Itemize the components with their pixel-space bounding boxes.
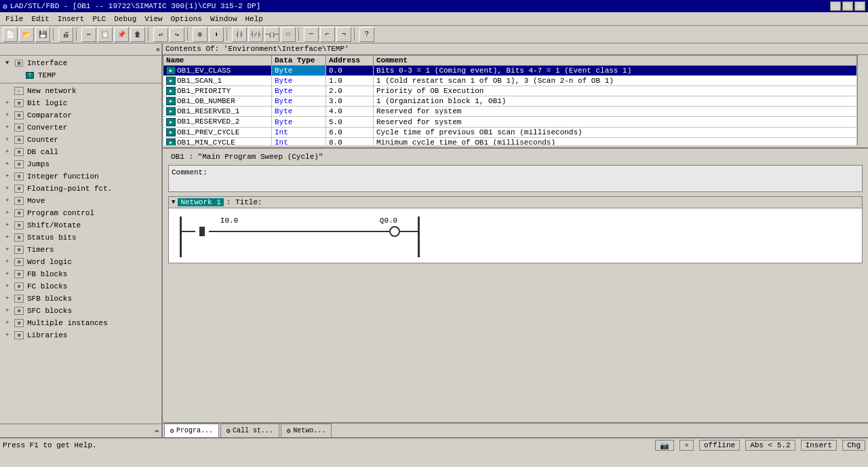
table-scrollbar[interactable] [857,55,868,145]
contact-no-button[interactable]: ┤├ [232,27,247,42]
tree-fb-blocks[interactable]: + ⊞ FB blocks [0,268,161,280]
tree-bit-logic[interactable]: + ⊞ Bit logic [0,97,161,109]
menu-plc[interactable]: PLC [88,14,110,24]
tab-call-stack[interactable]: ⚙ Call st... [220,424,279,437]
save-button[interactable]: 💾 [35,27,50,42]
sfb-blocks-label: SFB blocks [27,295,72,303]
tree-move[interactable]: + ⊞ Move [0,195,161,207]
jumps-icon: ⊞ [14,160,24,169]
tree-jumps[interactable]: + ⊞ Jumps [0,158,161,170]
cell-name: ▶OB1_OB_NUMBER [163,96,272,107]
interface-icon: ▤ [14,58,24,68]
new-network-label: New network [27,87,77,95]
tree-temp[interactable]: T TEMP [0,69,161,81]
menu-help[interactable]: Help [241,14,267,24]
compile-button[interactable]: ⚙ [193,27,208,42]
status-position: Abs < 5.2 [745,440,795,451]
status-bits-icon: ⊞ [14,233,24,242]
program-control-label: Program control [27,209,94,217]
tree-float[interactable]: + ⊞ Floating-point fct. [0,183,161,195]
table-row[interactable]: ▶OB1_PREV_CYCLEInt6.0Cycle time of previ… [163,127,857,137]
menu-debug[interactable]: Debug [110,14,140,24]
paste-button[interactable]: 📌 [114,27,129,42]
row-icon: ▶ [166,67,176,75]
menu-options[interactable]: Options [167,14,206,24]
tab-network[interactable]: ⚙ Netwo... [281,424,332,437]
toolbar-sep2 [76,29,79,41]
network-header: ▼ Network 1 : Title: [169,197,862,208]
row-icon: ▶ [166,118,176,126]
cell-address: 5.0 [326,117,374,127]
chg-text: Chg [847,441,861,449]
table-row[interactable]: ▶OB1_PRIORITYByte2.0Priority of OB Execu… [163,86,857,96]
close-button[interactable]: ✕ [854,1,865,11]
download-button[interactable]: ⬇ [209,27,224,42]
tree-counter[interactable]: + ⊞ Counter [0,134,161,146]
table-row[interactable]: ▶OB1_EV_CLASSByte0.0Bits 0-3 = 1 (Coming… [163,66,857,76]
status-camera: 📷 [655,440,674,451]
table-row[interactable]: ▶OB1_RESERVED_1Byte4.0Reserved for syste… [163,107,857,117]
table-row[interactable]: ▶OB1_MIN_CYCLEInt8.0Minimum cycle time o… [163,137,857,145]
tree-interface[interactable]: ▼ ▤ Interface [0,57,161,69]
coil-button[interactable]: ─()─ [264,27,279,42]
toolbar-sep6 [298,29,301,41]
open-button[interactable]: 📂 [19,27,34,42]
menu-insert[interactable]: Insert [54,14,89,24]
panel-header: ✕ [0,43,161,56]
converter-icon: ⊞ [14,123,24,132]
box-button[interactable]: □ [281,27,296,42]
cell-address: 0.0 [326,66,374,76]
new-button[interactable]: 📄 [3,27,18,42]
table-row[interactable]: ▶OB1_OB_NUMBERByte3.01 (Organization blo… [163,96,857,107]
code-area: OB1 : "Main Program Sweep (Cycle)" Comme… [163,149,868,422]
menu-window[interactable]: Window [206,14,241,24]
panel-bottom: ⇔ [0,424,161,437]
wire-button[interactable]: ─ [304,27,319,42]
tree-shift-rotate[interactable]: + ⊞ Shift/Rotate [0,219,161,231]
tab-program[interactable]: ⚙ Progra... [164,424,219,437]
multiple-expand: + [5,320,14,326]
contact-nc-button[interactable]: ┤/├ [248,27,263,42]
menu-view[interactable]: View [140,14,166,24]
copy-button[interactable]: 📋 [98,27,113,42]
delete-button[interactable]: 🗑 [130,27,145,42]
toolbar-sep5 [226,29,229,41]
minimize-button[interactable]: _ [830,1,841,11]
tree-sfb-blocks[interactable]: + ⊞ SFB blocks [0,293,161,305]
tree-db-call[interactable]: + ⊞ DB call [0,146,161,158]
table-row[interactable]: ▶OB1_RESERVED_2Byte5.0Reserved for syste… [163,117,857,127]
tree-libraries[interactable]: + ⊞ Libraries [0,329,161,341]
title-bar-controls[interactable]: _ □ ✕ [830,1,865,11]
cell-datatype: Byte [272,107,326,117]
network-expand-icon[interactable]: ▼ [172,199,175,206]
toolbar-sep4 [187,29,190,41]
undo-button[interactable]: ↩ [153,27,168,42]
help-button[interactable]: ? [359,27,374,42]
open-branch[interactable]: ⌐ [320,27,335,42]
tree-word-logic[interactable]: + ⊞ Word logic [0,256,161,268]
tree-comparator[interactable]: + ⊞ Comparator [0,109,161,122]
bottom-tabs: ⚙ Progra... ⚙ Call st... ⚙ Netwo... [163,422,868,437]
tree-integer-function[interactable]: + ⊞ Integer function [0,170,161,183]
cut-button[interactable]: ✂ [81,27,96,42]
tree-timers[interactable]: + ⊞ Timers [0,244,161,256]
table-row[interactable]: ▶OB1_SCAN_1Byte1.01 (Cold restart scan 1… [163,76,857,86]
panel-resize-icon[interactable]: ⇔ [155,427,159,435]
maximize-button[interactable]: □ [842,1,853,11]
interface-expand-icon: ▼ [5,60,14,67]
converter-label: Converter [27,124,67,132]
toolbar: 📄 📂 💾 🖨 ✂ 📋 📌 🗑 ↩ ↪ ⚙ ⬇ ┤├ ┤/├ ─()─ □ ─ … [0,26,868,43]
redo-button[interactable]: ↪ [170,27,184,42]
tree-multiple-instances[interactable]: + ⊞ Multiple instances [0,317,161,329]
tree-status-bits[interactable]: + ⊞ Status bits [0,231,161,244]
print-button[interactable]: 🖨 [58,27,73,42]
menu-edit[interactable]: Edit [27,14,53,24]
tree-sfc-blocks[interactable]: + ⊞ SFC blocks [0,305,161,317]
close-branch[interactable]: ¬ [336,27,351,42]
tree-fc-blocks[interactable]: + ⊞ FC blocks [0,280,161,293]
tree-new-network[interactable]: + New network [0,85,161,97]
tree-converter[interactable]: + ⊞ Converter [0,122,161,134]
panel-close-button[interactable]: ✕ [156,45,160,54]
tree-program-control[interactable]: + ⊞ Program control [0,207,161,219]
menu-file[interactable]: File [1,14,27,24]
